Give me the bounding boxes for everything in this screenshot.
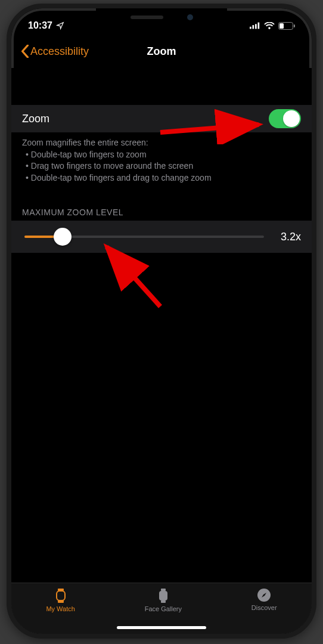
- slider-value: 3.2x: [275, 231, 301, 243]
- svg-rect-5: [279, 23, 284, 29]
- zoom-switch[interactable]: [269, 109, 301, 128]
- zoom-footer: Zoom magnifies the entire screen: Double…: [11, 132, 312, 184]
- footer-item: Double-tap two fingers to zoom: [22, 149, 301, 161]
- gallery-icon: [156, 588, 170, 603]
- compass-icon: [257, 588, 271, 602]
- page-title: Zoom: [147, 45, 176, 58]
- tab-label: Discover: [251, 604, 277, 611]
- status-time: 10:37: [28, 20, 52, 31]
- home-indicator[interactable]: [117, 626, 206, 629]
- footer-item: Drag two fingers to move around the scre…: [22, 160, 301, 172]
- chevron-left-icon: [21, 45, 29, 58]
- watch-icon: [54, 588, 68, 603]
- svg-rect-0: [250, 27, 251, 29]
- svg-rect-12: [159, 591, 167, 600]
- wifi-icon: [264, 22, 275, 30]
- max-zoom-slider-cell: 3.2x: [11, 221, 312, 253]
- svg-rect-11: [161, 600, 166, 603]
- svg-rect-2: [255, 24, 257, 29]
- max-zoom-slider[interactable]: [24, 236, 264, 238]
- back-button[interactable]: Accessibility: [21, 45, 89, 58]
- zoom-label: Zoom: [22, 113, 49, 125]
- tab-discover[interactable]: Discover: [251, 588, 277, 611]
- back-label: Accessibility: [30, 45, 89, 58]
- tab-face-gallery[interactable]: Face Gallery: [145, 588, 182, 612]
- footer-item: Double-tap two fingers and drag to chang…: [22, 172, 301, 184]
- battery-icon: [278, 22, 295, 30]
- svg-rect-10: [161, 589, 166, 591]
- tab-label: Face Gallery: [145, 605, 182, 612]
- content: Zoom Zoom magnifies the entire screen: D…: [11, 68, 312, 583]
- slider-thumb[interactable]: [54, 228, 72, 246]
- tab-label: My Watch: [46, 605, 75, 612]
- footer-intro: Zoom magnifies the entire screen:: [22, 137, 301, 149]
- svg-rect-9: [57, 591, 65, 600]
- svg-rect-6: [294, 24, 295, 27]
- zoom-cell[interactable]: Zoom: [11, 105, 312, 132]
- cell-signal-icon: [250, 22, 260, 29]
- svg-rect-1: [253, 25, 254, 29]
- svg-rect-3: [258, 23, 260, 29]
- location-icon: [56, 21, 64, 30]
- navbar: Accessibility Zoom: [11, 35, 312, 68]
- slider-header: MAXIMUM ZOOM LEVEL: [11, 208, 312, 221]
- switch-knob: [283, 110, 300, 127]
- tab-my-watch[interactable]: My Watch: [46, 588, 75, 612]
